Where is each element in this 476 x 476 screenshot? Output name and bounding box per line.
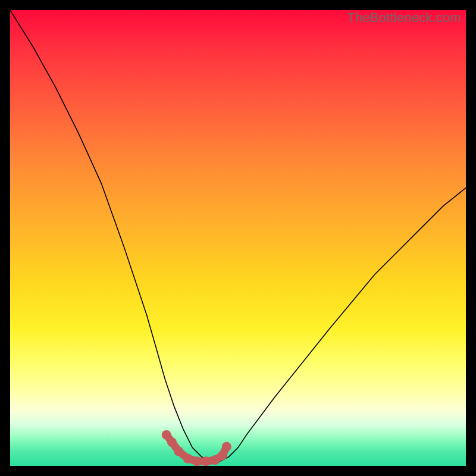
watermark-text: TheBottleneck.com (347, 10, 461, 26)
valley-dot (222, 442, 231, 452)
chart-frame: TheBottleneck.com (10, 10, 466, 466)
plot-svg (10, 10, 466, 466)
valley-dot (201, 456, 211, 466)
valley-dot (183, 454, 193, 464)
valley-dot (174, 446, 183, 456)
bottleneck-curve (10, 10, 466, 461)
valley-dot (192, 456, 202, 466)
valley-dot (167, 437, 177, 447)
valley-dot (218, 450, 227, 460)
